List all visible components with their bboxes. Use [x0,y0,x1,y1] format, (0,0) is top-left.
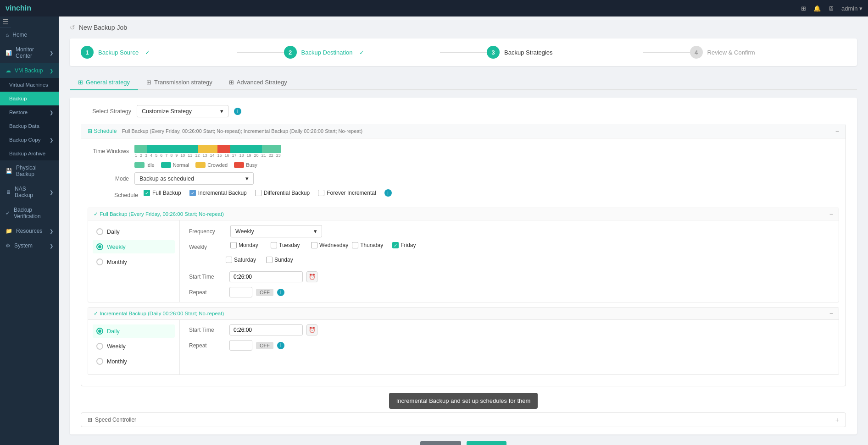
day-sunday[interactable]: Sunday [266,257,303,263]
menu-toggle[interactable]: ☰ [0,16,11,27]
incremental-backup-monthly-option[interactable]: Monthly [93,355,175,368]
inc-monthly-radio[interactable] [96,358,103,365]
monitor-icon[interactable]: 🖥 [828,5,834,12]
bell-icon[interactable]: 🔔 [813,5,821,12]
friday-checkbox[interactable]: ✓ [392,242,399,248]
incremental-backup-collapse[interactable]: − [829,310,833,317]
day-tuesday[interactable]: Tuesday [271,242,307,248]
next-button[interactable]: Next ▶ [467,441,506,445]
day-thursday[interactable]: Thursday [352,242,389,248]
sidebar-item-physical-backup[interactable]: 💾 Physical Backup [0,160,59,181]
incremental-backup-daily-option[interactable]: Daily [93,324,175,338]
backup-verification-icon: ✓ [6,210,10,216]
select-strategy-row: Select Strategy Customize Strategy ▾ i [81,105,846,117]
start-time-input[interactable] [229,271,303,282]
sidebar-item-backup-copy[interactable]: Backup Copy ❯ [0,133,59,147]
tab-bar: ⊞ General strategy ⊞ Transmission strate… [70,75,857,90]
grid-icon[interactable]: ⊞ [801,5,806,12]
full-backup-monthly-option[interactable]: Monthly [93,255,175,269]
sidebar-item-system[interactable]: ⚙ System ❯ [0,238,59,253]
inc-start-time-input[interactable] [229,324,303,335]
mode-select[interactable]: Backup as scheduled ▾ [134,172,254,185]
frequency-label: Frequency [189,228,226,235]
sidebar-item-restore[interactable]: Restore ❯ [0,105,59,119]
repeat-input[interactable] [229,287,252,297]
thursday-checkbox[interactable] [352,242,358,248]
repeat-info-icon[interactable]: i [277,289,284,296]
back-button[interactable]: ◀ Back [420,441,461,445]
sidebar-item-nas-backup[interactable]: 🖥 NAS Backup ❯ [0,181,59,203]
day-wednesday[interactable]: Wednesday [311,242,348,248]
sidebar-item-resources[interactable]: 📁 Resources ❯ [0,224,59,238]
full-backup-header-text: ✓ Full Backup (Every Friday, 00:26:00 St… [94,211,224,217]
schedule-info-icon[interactable]: i [384,189,392,197]
day-monday[interactable]: Monday [230,242,267,248]
incremental-backup-body: Daily Weekly Monthly [88,320,839,374]
frequency-value: Weekly [235,228,254,235]
weekly-days: Monday Tuesday Wednesday [230,242,429,248]
sunday-checkbox[interactable] [266,257,273,263]
wednesday-label: Wednesday [319,242,348,248]
inc-daily-radio[interactable] [96,328,103,335]
sidebar-item-backup-archive[interactable]: Backup Archive [0,147,59,160]
full-backup-check[interactable]: ✓ Full Backup [144,190,181,196]
frequency-select[interactable]: Weekly ▾ [230,225,322,237]
weekly-radio[interactable] [96,243,103,250]
full-backup-weekly-option[interactable]: Weekly [93,240,175,253]
sidebar-item-backup[interactable]: Backup [0,92,59,105]
full-backup-label: Full Backup [152,190,181,196]
forever-incremental-check[interactable]: Forever Incremental [318,190,376,196]
dropdown-arrow-icon: ▾ [220,108,223,115]
sidebar-item-vm-backup[interactable]: ☁ VM Backup ❯ [0,63,59,78]
monthly-radio[interactable] [96,258,103,265]
frequency-dropdown-icon: ▾ [314,228,317,235]
incremental-backup-header: ✓ Incremental Backup (Daily 00:26:00 Sta… [88,308,839,320]
strategy-select[interactable]: Customize Strategy ▾ [137,105,228,117]
differential-backup-check[interactable]: Differential Backup [255,190,310,196]
sidebar-item-monitor-center[interactable]: 📊 Monitor Center ❯ [0,42,59,63]
speed-controller-expand[interactable]: + [835,417,839,423]
step-1-label: Backup Source [98,49,139,56]
inc-repeat-input[interactable] [229,340,252,351]
incremental-backup-header-text: ✓ Incremental Backup (Daily 00:26:00 Sta… [94,310,224,317]
day-saturday[interactable]: Saturday [226,257,262,263]
wednesday-checkbox[interactable] [311,242,317,248]
day-friday[interactable]: ✓ Friday [392,242,429,248]
sidebar-item-home[interactable]: ⌂ Home [0,27,59,42]
differential-backup-label: Differential Backup [264,190,310,196]
incremental-backup-checkbox[interactable]: ✓ [189,190,196,196]
inc-weekly-radio[interactable] [96,343,103,350]
full-backup-checkbox[interactable]: ✓ [144,190,150,196]
tab-advanced-strategy[interactable]: ⊞ Advanced Strategy [221,75,295,90]
sidebar-item-label: System [14,242,33,249]
legend-crowded-color [195,162,206,168]
repeat-toggle[interactable]: OFF [256,289,273,296]
inc-monthly-label: Monthly [107,358,127,365]
tooltip-container: Incremental Backup and set up schedules … [81,393,846,409]
sidebar-item-virtual-machines[interactable]: Virtual Machines [0,78,59,92]
full-backup-daily-option[interactable]: Daily [93,225,175,238]
tab-general-strategy[interactable]: ⊞ General strategy [70,75,138,90]
inc-time-picker-icon[interactable]: ⏰ [306,324,317,335]
monday-checkbox[interactable] [230,242,237,248]
full-backup-collapse[interactable]: − [829,211,833,217]
time-segment-normal-1 [147,145,198,153]
incremental-backup-weekly-option[interactable]: Weekly [93,340,175,353]
sidebar-item-backup-verification[interactable]: ✓ Backup Verification [0,203,59,224]
schedule-collapse-btn[interactable]: − [835,128,839,134]
sidebar-item-label: Home [12,32,27,38]
sidebar-item-backup-data[interactable]: Backup Data [0,119,59,133]
tuesday-checkbox[interactable] [271,242,277,248]
strategy-info-icon[interactable]: i [234,108,241,115]
daily-radio[interactable] [96,228,103,235]
step-4-label: Review & Confirm [707,49,755,56]
incremental-backup-check[interactable]: ✓ Incremental Backup [189,190,247,196]
refresh-icon: ↺ [70,24,75,31]
inc-repeat-toggle[interactable]: OFF [256,342,273,349]
tab-transmission-strategy[interactable]: ⊞ Transmission strategy [138,75,221,90]
forever-incremental-checkbox[interactable] [318,190,324,196]
differential-backup-checkbox[interactable] [255,190,262,196]
inc-repeat-info-icon[interactable]: i [277,342,284,349]
time-picker-icon[interactable]: ⏰ [306,271,317,282]
saturday-checkbox[interactable] [226,257,232,263]
